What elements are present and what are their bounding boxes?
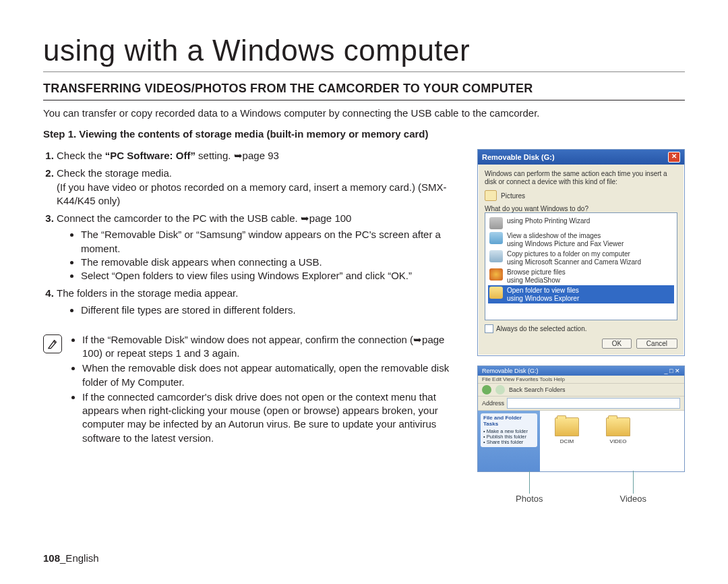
page-footer: 108_English [43, 552, 99, 564]
back-icon[interactable] [482, 385, 491, 395]
dialog-prompt-2: What do you want Windows to do? [485, 205, 677, 212]
opt-2-line2: using Windows Picture and Fax Viewer [507, 240, 624, 248]
opt-4-line1: Browse picture files [507, 268, 566, 276]
step-4-bullet-1: Different file types are stored in diffe… [81, 303, 465, 317]
note-3: If the connected camcorder's disk drive … [82, 390, 465, 445]
file-area[interactable]: DCIM VIDEO [540, 411, 684, 471]
dialog-title: Removable Disk (G:) [482, 153, 555, 161]
toolbar-labels: Back Search Folders [509, 386, 566, 393]
step-3: Connect the camcorder to the PC with the… [57, 212, 465, 283]
step-4: The folders in the storage media appear.… [57, 287, 465, 317]
note-1: If the “Removable Disk” window does not … [82, 333, 465, 361]
step-1-prefix: Check the [57, 150, 105, 161]
section-heading: TRANSFERRING VIDEOS/PHOTOS FROM THE CAMC… [43, 82, 685, 100]
side-panel: File and Folder Tasks • Make a new folde… [478, 411, 540, 471]
forward-icon[interactable] [495, 385, 505, 395]
callout-videos: Videos [619, 494, 646, 504]
dialog-prompt-1: Windows can perform the same action each… [485, 170, 677, 186]
opt-3-line1: Copy pictures to a folder on my computer [507, 250, 641, 258]
printer-icon [489, 217, 503, 229]
menu-bar[interactable]: File Edit View Favorites Tools Help [478, 376, 684, 384]
step-title: Step 1. Viewing the contents of storage … [43, 128, 685, 140]
step-2-sub: (If you have video or photos recorded on… [57, 181, 465, 208]
opt-5-line2: using Windows Explorer [507, 295, 579, 303]
folder-icon [489, 287, 503, 299]
pictures-icon [485, 190, 497, 201]
scanner-icon [489, 250, 503, 262]
ok-button[interactable]: OK [602, 339, 632, 349]
step-2: Check the storage media. (If you have vi… [57, 167, 465, 208]
step-3-text: Connect the camcorder to the PC with the… [57, 212, 351, 224]
folder-dcim[interactable]: DCIM [555, 417, 579, 444]
autoplay-dialog: Removable Disk (G:) ✕ Windows can perfor… [477, 149, 685, 356]
page-number: 108 [43, 552, 60, 564]
toolbar[interactable]: Back Search Folders [478, 384, 684, 397]
folder-icon [606, 417, 630, 436]
folder-dcim-label: DCIM [555, 438, 579, 444]
always-label: Always do the selected action. [496, 325, 587, 332]
side-group-items: • Make a new folder • Publish this folde… [483, 429, 535, 446]
opt-4-line2: using MediaShow [507, 276, 566, 285]
opt-1-line1: using Photo Printing Wizard [507, 217, 590, 225]
folder-video-label: VIDEO [606, 438, 630, 444]
icon-label: Pictures [501, 192, 525, 200]
footer-language: _English [60, 552, 99, 564]
cancel-button[interactable]: Cancel [636, 339, 677, 349]
step-3-bullet-2: The removable disk appears when connecti… [81, 256, 465, 269]
step-3-bullet-1: The “Removable Disk” or “Samsung” window… [81, 228, 465, 256]
note-icon [43, 334, 62, 353]
media-icon [489, 268, 503, 281]
callout-line [633, 471, 634, 494]
picture-icon [489, 232, 503, 244]
folder-video[interactable]: VIDEO [606, 417, 630, 444]
step-2-text: Check the storage media. [57, 167, 172, 179]
note-2: When the removable disk does not appear … [82, 361, 465, 389]
callout-line [529, 471, 530, 494]
callout-photos: Photos [516, 494, 543, 504]
intro-text: You can transfer or copy recorded data t… [43, 107, 685, 119]
step-1-suffix: setting. ➥page 93 [195, 150, 279, 161]
opt-2-line1: View a slideshow of the images [507, 232, 624, 240]
always-checkbox[interactable] [485, 324, 493, 333]
step-1: Check the “PC Software: Off” setting. ➥p… [57, 149, 465, 163]
step-3-bullet-3: Select “Open folders to view files using… [81, 269, 465, 283]
address-field[interactable] [507, 398, 680, 409]
side-group-title: File and Folder Tasks [483, 415, 535, 428]
explorer-window: Removable Disk (G:) _ □ ✕ File Edit View… [477, 366, 685, 472]
folder-icon [555, 417, 579, 436]
opt-3-line2: using Microsoft Scanner and Camera Wizar… [507, 258, 641, 266]
close-icon[interactable]: ✕ [668, 152, 680, 163]
step-1-bold: “PC Software: Off” [105, 150, 195, 161]
explorer-title: Removable Disk (G:) [482, 368, 539, 374]
opt-5-line1: Open folder to view files [507, 287, 579, 295]
step-4-text: The folders in the storage media appear. [57, 287, 238, 299]
address-label: Address [482, 400, 504, 407]
instructions: Check the “PC Software: Off” setting. ➥p… [43, 149, 465, 504]
page-title: using with a Windows computer [43, 34, 685, 72]
window-controls[interactable]: _ □ ✕ [665, 368, 680, 374]
action-list[interactable]: using Photo Printing Wizard View a slide… [485, 212, 677, 320]
